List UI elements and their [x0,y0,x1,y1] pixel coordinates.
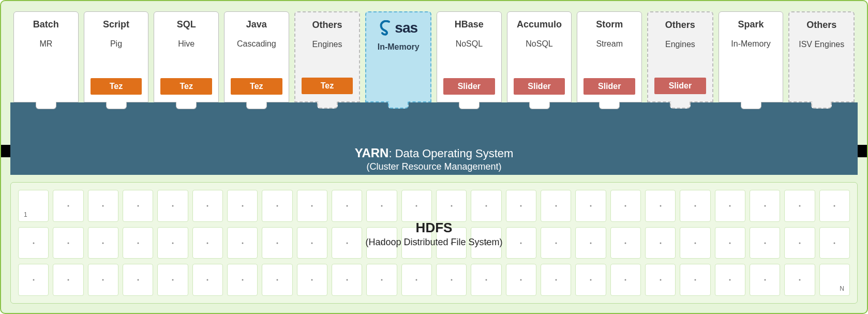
ellipsis-dot-icon [555,242,557,244]
hdfs-node-cell [575,190,606,222]
card-connector-tab [670,101,691,109]
engine-card: OthersISV Engines [788,11,855,102]
hdfs-node-cell [750,190,780,222]
ellipsis-dot-icon [207,205,208,206]
hdfs-node-cell [506,264,536,296]
hdfs-node-cell [262,190,292,222]
hdfs-node-cell [123,190,153,222]
hdfs-node-cell [471,227,501,259]
hdfs-first-label: 1 [24,211,27,218]
ellipsis-dot-icon [172,279,173,281]
hdfs-node-cell [575,227,606,259]
hdfs-last-label: N [840,285,844,292]
engine-card: OthersEnginesSlider [647,11,713,102]
hdfs-node-cell [366,190,397,222]
ellipsis-dot-icon [416,205,417,206]
hdfs-node-cell [784,227,815,259]
hdfs-node-cell [436,264,467,296]
ellipsis-dot-icon [625,279,626,281]
engine-card-subtitle: Stream [577,39,641,49]
hdfs-node-cell [610,190,641,222]
ellipsis-dot-icon [799,242,800,244]
engine-card-title: Script [84,19,148,30]
engine-card: AccumuloNoSQLSlider [507,11,572,102]
card-connector-tab [36,102,56,109]
engine-card-subtitle: Pig [84,39,148,49]
hdfs-node-cell [610,264,641,296]
ellipsis-dot-icon [137,242,139,244]
hdfs-node-cell [192,264,223,296]
ellipsis-dot-icon [451,242,452,244]
ellipsis-dot-icon [67,242,69,244]
yarn-tagline: : Data Operating System [388,147,513,160]
hdfs-row [18,227,850,259]
engine-card: OthersEnginesTez [294,11,361,102]
engine-card-subtitle: Engines [295,40,360,49]
yarn-subtitle: (Cluster Resource Management) [10,161,858,172]
ellipsis-dot-icon [207,242,208,244]
ellipsis-dot-icon [764,242,766,244]
hdfs-node-cell [88,264,118,296]
hdfs-node-cell [680,227,710,259]
ellipsis-dot-icon [346,279,348,281]
engine-card-title: Batch [14,19,78,30]
hdfs-node-cell: 1 [18,190,49,222]
ellipsis-dot-icon [33,279,34,281]
ellipsis-dot-icon [764,205,766,206]
engine-card-subtitle: In-Memory [366,42,430,52]
engine-card: HBaseNoSQLSlider [437,11,502,102]
ellipsis-dot-icon [555,279,557,281]
card-connector-tab [317,101,338,109]
yarn-title: YARN [355,146,389,160]
hdfs-node-cell [227,227,258,259]
ellipsis-dot-icon [276,242,278,244]
hdfs-node-cell [123,227,153,259]
ellipsis-dot-icon [451,279,452,281]
ellipsis-dot-icon [276,205,278,206]
card-connector-tab [388,101,409,109]
engine-card-title: Java [225,19,289,30]
ellipsis-dot-icon [625,242,626,244]
engine-cards-row: BatchMRScriptPigTezSQLHiveTezJavaCascadi… [13,11,855,102]
hdfs-row: 1 [18,190,850,222]
ellipsis-dot-icon [242,242,243,244]
engine-card: BatchMR [13,11,79,102]
ellipsis-dot-icon [311,205,313,206]
hdfs-node-cell [262,227,292,259]
hdfs-node-cell [18,227,49,259]
card-connector-tab [529,102,550,109]
hdfs-node-cell [471,190,501,222]
sas-logo-icon: sas [366,20,430,36]
ellipsis-dot-icon [590,279,591,281]
hdfs-node-cell [819,227,850,259]
hdfs-node-cell [436,190,467,222]
ellipsis-dot-icon [660,279,661,281]
slider-badge: Slider [443,78,495,95]
ellipsis-dot-icon [67,205,69,206]
hdfs-node-cell [680,264,710,296]
ellipsis-dot-icon [799,279,800,281]
ellipsis-dot-icon [451,205,452,206]
hdfs-node-cell [401,190,432,222]
engine-card-title: Spark [719,19,783,30]
ellipsis-dot-icon [242,205,243,206]
ellipsis-dot-icon [729,242,731,244]
tez-badge: Tez [91,78,142,95]
hdfs-node-cell [157,264,188,296]
engine-card-subtitle: Hive [154,39,218,49]
hdfs-node-cell [645,264,676,296]
ellipsis-dot-icon [416,242,417,244]
ellipsis-dot-icon [381,279,382,281]
hdfs-node-cell [715,227,745,259]
ellipsis-dot-icon [67,279,69,281]
engine-card: sasIn-Memory [365,11,431,102]
engine-card-subtitle: In-Memory [719,39,783,49]
engine-card-title: Others [295,20,360,31]
engine-card: SQLHiveTez [154,11,219,102]
yarn-title-line: YARN: Data Operating System [10,146,858,160]
ellipsis-dot-icon [172,242,173,244]
ellipsis-dot-icon [416,279,417,281]
hdfs-node-cell [53,227,83,259]
hdfs-node-cell [819,190,850,222]
hdfs-node-cell [53,264,83,296]
